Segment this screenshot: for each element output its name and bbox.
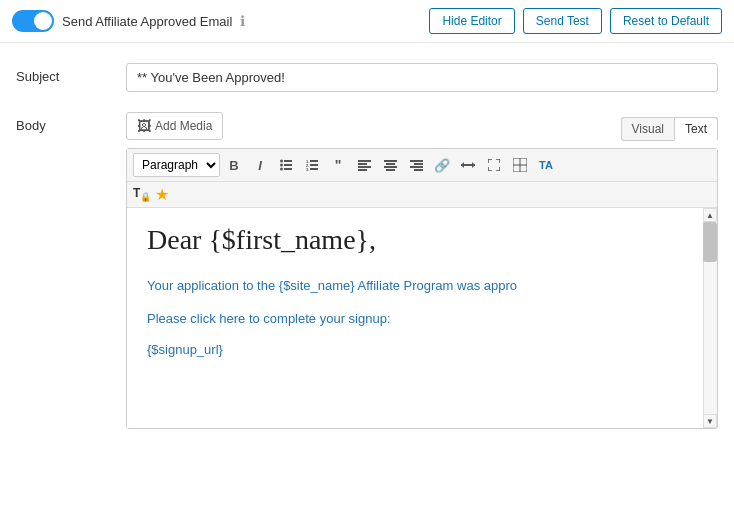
align-left-button[interactable] xyxy=(352,153,376,177)
add-media-label: Add Media xyxy=(155,119,212,133)
editor-toolbar-row2: T🔒 ★ xyxy=(127,182,717,208)
svg-rect-15 xyxy=(358,169,367,171)
body-paragraph1: Your application to the {$site_name} Aff… xyxy=(147,276,677,297)
svg-rect-16 xyxy=(384,160,397,162)
svg-rect-3 xyxy=(284,164,292,166)
svg-point-0 xyxy=(280,160,283,163)
toggle-label: Send Affiliate Approved Email xyxy=(62,14,232,29)
hide-editor-button[interactable]: Hide Editor xyxy=(429,8,514,34)
body-paragraph2: Please click here to complete your signu… xyxy=(147,309,677,330)
svg-rect-12 xyxy=(358,160,371,162)
fullwidth-button[interactable] xyxy=(456,153,480,177)
add-media-bar: 🖼 Add Media xyxy=(126,112,223,140)
unordered-list-button[interactable] xyxy=(274,153,298,177)
send-email-toggle[interactable] xyxy=(12,10,54,32)
scroll-up-arrow[interactable]: ▲ xyxy=(703,208,717,222)
svg-rect-18 xyxy=(384,166,397,168)
svg-rect-5 xyxy=(284,168,292,170)
favorite-icon[interactable]: ★ xyxy=(155,185,169,204)
content-wrapper: Dear {$first_name}, Your application to … xyxy=(147,224,697,357)
tab-visual[interactable]: Visual xyxy=(621,117,674,141)
editor-content-area[interactable]: Dear {$first_name}, Your application to … xyxy=(127,208,717,428)
svg-rect-19 xyxy=(386,169,395,171)
add-media-icon: 🖼 xyxy=(137,118,151,134)
bold-button[interactable]: B xyxy=(222,153,246,177)
info-icon[interactable]: ℹ xyxy=(240,13,245,29)
editor-wrap: 🖼 Add Media Visual Text Paragraph Headin… xyxy=(126,112,718,429)
italic-button[interactable]: I xyxy=(248,153,272,177)
svg-marker-25 xyxy=(461,162,464,168)
link-button[interactable]: 🔗 xyxy=(430,153,454,177)
svg-marker-26 xyxy=(472,162,475,168)
paragraph-select[interactable]: Paragraph Heading 1 Heading 2 xyxy=(133,153,220,177)
subject-input[interactable] xyxy=(126,63,718,92)
svg-rect-9 xyxy=(310,164,318,166)
ta-button[interactable]: TA xyxy=(534,153,558,177)
svg-rect-23 xyxy=(414,169,423,171)
svg-text:3.: 3. xyxy=(306,167,309,171)
top-toolbar: Send Affiliate Approved Email ℹ Hide Edi… xyxy=(0,0,734,43)
editor-toolbar-row1: Paragraph Heading 1 Heading 2 B I 1.2.3.… xyxy=(127,149,717,182)
svg-rect-20 xyxy=(410,160,423,162)
subject-input-wrap xyxy=(126,63,718,92)
svg-rect-14 xyxy=(358,166,371,168)
svg-rect-7 xyxy=(310,160,318,162)
editor-tabs: Visual Text xyxy=(621,117,718,141)
subject-row: Subject xyxy=(16,63,718,92)
body-label: Body xyxy=(16,112,126,133)
editor-container: Paragraph Heading 1 Heading 2 B I 1.2.3.… xyxy=(126,148,718,429)
reset-to-default-button[interactable]: Reset to Default xyxy=(610,8,722,34)
scroll-down-arrow[interactable]: ▼ xyxy=(703,414,717,428)
editor-body: Dear {$first_name}, Your application to … xyxy=(127,208,717,428)
body-row: Body 🖼 Add Media Visual Text xyxy=(16,112,718,429)
subject-label: Subject xyxy=(16,63,126,84)
align-center-button[interactable] xyxy=(378,153,402,177)
send-test-button[interactable]: Send Test xyxy=(523,8,602,34)
scrollbar-thumb[interactable] xyxy=(703,222,717,262)
table-button[interactable] xyxy=(508,153,532,177)
dear-line: Dear {$first_name}, xyxy=(147,224,677,256)
add-media-button[interactable]: 🖼 Add Media xyxy=(126,112,223,140)
fullscreen-button[interactable] xyxy=(482,153,506,177)
blockquote-button[interactable]: " xyxy=(326,153,350,177)
signup-url: {$signup_url} xyxy=(147,342,677,357)
svg-point-2 xyxy=(280,164,283,167)
align-right-button[interactable] xyxy=(404,153,428,177)
scrollbar-track[interactable]: ▲ ▼ xyxy=(703,208,717,428)
tab-text[interactable]: Text xyxy=(674,117,718,141)
svg-rect-13 xyxy=(358,163,367,165)
svg-rect-11 xyxy=(310,168,318,170)
form-area: Subject Body 🖼 Add Media Visual Text xyxy=(0,43,734,469)
svg-rect-17 xyxy=(386,163,395,165)
svg-rect-1 xyxy=(284,160,292,162)
ta-lock-icon: T🔒 xyxy=(133,186,151,202)
svg-rect-22 xyxy=(410,166,423,168)
svg-rect-21 xyxy=(414,163,423,165)
ordered-list-button[interactable]: 1.2.3. xyxy=(300,153,324,177)
svg-point-4 xyxy=(280,168,283,171)
